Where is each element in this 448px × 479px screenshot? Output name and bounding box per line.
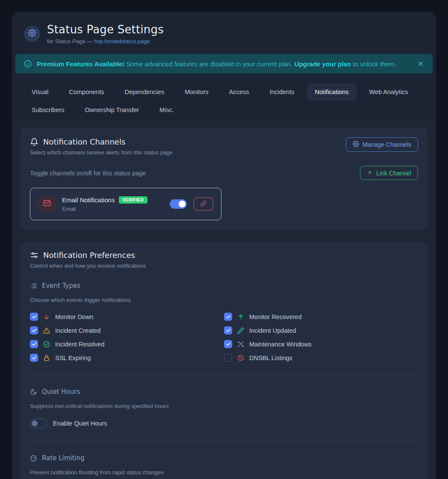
- page-title: Status Page Settings: [47, 23, 164, 36]
- gear-icon: [353, 141, 359, 148]
- section-divider: [30, 441, 418, 441]
- event-label: SSL Expiring: [55, 355, 91, 361]
- verified-badge: VERIFIED: [119, 196, 147, 204]
- event-label: DNSBL Listings: [249, 355, 292, 361]
- checkbox-checked[interactable]: [30, 354, 38, 362]
- event-incident-created[interactable]: Incident Created: [30, 326, 224, 334]
- event-monitor-down[interactable]: Monitor Down: [30, 313, 224, 321]
- event-label: Maintenance Windows: [249, 341, 312, 348]
- event-label: Monitor Recovered: [249, 313, 302, 320]
- gear-avatar: [24, 26, 40, 42]
- info-icon: [24, 60, 32, 68]
- settings-tabs: Visual Components Dependencies Monitors …: [24, 84, 424, 118]
- pencil-icon: [237, 327, 244, 334]
- channel-icon-box: [38, 195, 56, 213]
- arrow-down-icon: [43, 313, 50, 320]
- rate-limiting-subtitle: Prevent notification flooding from rapid…: [30, 469, 418, 476]
- page-subtitle: for Status Page — hsp.hostedstatus.page: [47, 38, 164, 44]
- email-channel-card: Email Notifications VERIFIED Email: [30, 188, 221, 220]
- ban-icon: [237, 355, 244, 361]
- link-icon: [200, 201, 206, 208]
- quiet-hours-toggle[interactable]: [30, 419, 47, 428]
- quiet-hours-subtitle: Suppress non-critical notifications duri…: [30, 403, 418, 409]
- channels-title-row: Notification Channels: [30, 137, 173, 146]
- notification-channels-card: Notification Channels Select which chann…: [21, 128, 427, 230]
- quiet-hours-row: Enable Quiet Hours: [30, 419, 418, 428]
- checkbox-checked[interactable]: [30, 340, 38, 348]
- tab-visual[interactable]: Visual: [24, 84, 56, 100]
- rate-limiting-title: Rate Limiting: [42, 454, 85, 462]
- bell-icon: [30, 138, 38, 146]
- event-label: Incident Created: [55, 327, 100, 334]
- warning-triangle-icon: [43, 327, 50, 334]
- plus-icon: [367, 169, 373, 177]
- check-circle-icon: [43, 341, 50, 348]
- checkbox-checked[interactable]: [30, 326, 38, 334]
- event-ssl-expiring[interactable]: SSL Expiring: [30, 354, 224, 362]
- email-channel-toggle[interactable]: [170, 199, 187, 209]
- channel-name-row: Email Notifications VERIFIED: [62, 196, 147, 204]
- preferences-title: Notification Preferences: [43, 251, 135, 260]
- event-types-title: Event Types: [42, 282, 80, 290]
- tab-notifications[interactable]: Notifications: [307, 84, 357, 100]
- preferences-title-row: Notification Preferences: [30, 251, 418, 260]
- manage-channels-label: Manage Channels: [363, 141, 411, 148]
- close-icon[interactable]: [417, 60, 424, 67]
- checkbox-checked[interactable]: [224, 340, 232, 348]
- checkbox-unchecked[interactable]: [224, 354, 232, 362]
- channel-actions: [170, 198, 213, 210]
- banner-bold: Premium Features Available!: [37, 60, 124, 68]
- tab-monitors[interactable]: Monitors: [177, 84, 216, 100]
- tab-ownership-transfer[interactable]: Ownership Transfer: [77, 102, 147, 118]
- page-header: Status Page Settings for Status Page — h…: [12, 23, 436, 44]
- tab-web-analytics[interactable]: Web Analytics: [362, 84, 416, 100]
- event-label: Monitor Down: [55, 313, 93, 320]
- gear-icon: [28, 29, 36, 38]
- link-channel-button[interactable]: Link Channel: [360, 166, 418, 180]
- subtitle-prefix: for Status Page —: [47, 38, 94, 44]
- banner-text: Premium Features Available! Some advance…: [37, 60, 412, 68]
- event-types-heading: Event Types: [30, 282, 418, 290]
- quiet-hours-heading: Quiet Hours: [30, 388, 418, 396]
- unlink-channel-button[interactable]: [194, 198, 213, 210]
- event-dnsbl-listings[interactable]: DNSBL Listings: [224, 354, 418, 362]
- manage-channels-button[interactable]: Manage Channels: [346, 137, 418, 152]
- toggle-knob: [179, 201, 186, 207]
- tab-incidents[interactable]: Incidents: [262, 84, 302, 100]
- channels-header: Notification Channels Select which chann…: [30, 137, 418, 156]
- event-types-grid: Monitor Down Monitor Recovered Incident …: [30, 313, 418, 362]
- section-divider: [30, 375, 418, 375]
- quiet-hours-title: Quiet Hours: [42, 388, 80, 396]
- toggle-hint: Toggle channels on/off for this status p…: [30, 170, 146, 177]
- checkbox-checked[interactable]: [30, 313, 38, 321]
- banner-middle: Some advanced features are disabled in y…: [124, 60, 295, 68]
- status-page-link[interactable]: hsp.hostedstatus.page: [94, 38, 150, 44]
- envelope-icon: [43, 199, 51, 209]
- event-label: Incident Resolved: [55, 341, 104, 348]
- tab-access[interactable]: Access: [221, 84, 257, 100]
- tab-dependencies[interactable]: Dependencies: [117, 84, 172, 100]
- event-monitor-recovered[interactable]: Monitor Recovered: [224, 313, 418, 321]
- lock-icon: [43, 355, 50, 361]
- sliders-icon: [30, 251, 38, 260]
- checkbox-checked[interactable]: [224, 326, 232, 334]
- event-maintenance-windows[interactable]: Maintenance Windows: [224, 340, 418, 348]
- premium-banner: Premium Features Available! Some advance…: [15, 54, 433, 74]
- tab-content: Notification Channels Select which chann…: [14, 121, 434, 479]
- moon-icon: [30, 388, 37, 396]
- channel-info: Email Notifications VERIFIED Email: [62, 196, 147, 212]
- rate-limiting-heading: Rate Limiting: [30, 454, 418, 462]
- list-icon: [30, 282, 37, 290]
- upgrade-plan-link[interactable]: Upgrade your plan: [295, 60, 351, 68]
- banner-suffix: to unlock them.: [351, 60, 396, 68]
- tab-subscribers[interactable]: Subscribers: [24, 102, 72, 118]
- event-incident-updated[interactable]: Incident Updated: [224, 326, 418, 334]
- settings-panel: Status Page Settings for Status Page — h…: [12, 12, 436, 479]
- tab-components[interactable]: Components: [61, 84, 112, 100]
- tab-misc[interactable]: Misc.: [152, 102, 182, 118]
- event-incident-resolved[interactable]: Incident Resolved: [30, 340, 224, 348]
- gauge-icon: [30, 455, 37, 462]
- checkbox-checked[interactable]: [224, 313, 232, 321]
- header-text: Status Page Settings for Status Page — h…: [47, 23, 164, 44]
- notification-preferences-card: Notification Preferences Control when an…: [21, 241, 427, 479]
